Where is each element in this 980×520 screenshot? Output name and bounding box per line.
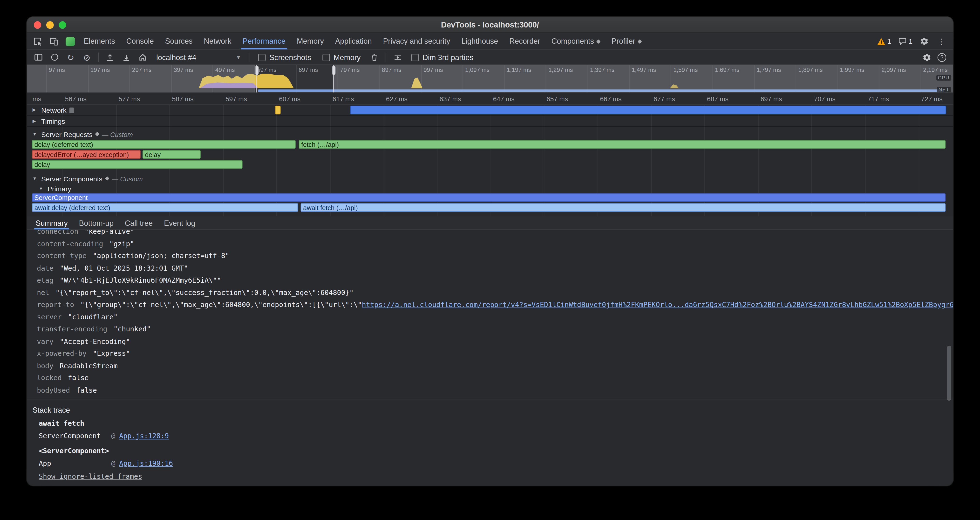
chevron-down-icon[interactable]: ▼ xyxy=(33,176,38,181)
header-key: connection xyxy=(37,230,78,236)
collect-garbage-icon[interactable] xyxy=(367,51,382,64)
toggle-sidebar-icon[interactable] xyxy=(30,51,46,64)
track-timings[interactable]: ▶ Timings xyxy=(27,116,953,127)
track-server-requests[interactable]: ▼ Server Requests — Custom xyxy=(27,129,953,139)
details-scrollbar-thumb[interactable] xyxy=(947,346,951,401)
header-value: "cloudflare" xyxy=(68,313,118,321)
record-button[interactable] xyxy=(47,51,62,64)
section-divider xyxy=(27,399,953,400)
memory-checkbox[interactable]: Memory xyxy=(317,53,366,62)
net-lane-label: NET xyxy=(937,87,951,92)
zoom-window-button[interactable] xyxy=(59,21,66,29)
tab-console[interactable]: Console xyxy=(121,33,159,49)
screenshots-checkbox[interactable]: Screenshots xyxy=(253,53,316,62)
chevron-right-icon[interactable]: ▶ xyxy=(33,108,38,113)
record-and-reload-button[interactable]: ↻ xyxy=(63,51,78,64)
tab-label: Sources xyxy=(165,37,192,46)
dim-3rd-parties-checkbox[interactable]: Dim 3rd parties xyxy=(406,53,479,62)
flame-event-bar-delayederror-ayed-exception[interactable]: delayedError (…ayed exception) xyxy=(32,150,141,159)
header-row: bodyReadableStream xyxy=(27,360,953,372)
ruler-tick-label: 617 ms xyxy=(332,95,354,102)
flame-chart-area[interactable]: ▶ Network ▶ Timings ▼ Server Requests — … xyxy=(27,105,953,216)
track-server-components[interactable]: ▼ Server Components — Custom xyxy=(27,173,953,184)
selection-left-handle[interactable] xyxy=(255,65,259,75)
desktop-background: DevTools - localhost:3000/ ElementsConso… xyxy=(0,0,980,520)
report-to-url-link[interactable]: https://a.nel.cloudflare.com/report/v4?s… xyxy=(362,301,953,309)
header-value: "gzip" xyxy=(109,240,134,248)
details-tab-bottom-up[interactable]: Bottom-up xyxy=(73,216,119,229)
performance-settings-gear-icon[interactable] xyxy=(920,51,934,64)
header-value: "Wed, 01 Oct 2025 18:32:01 GMT" xyxy=(60,264,188,272)
flame-event-bar-delay[interactable]: delay xyxy=(32,160,242,169)
window-titlebar[interactable]: DevTools - localhost:3000/ xyxy=(27,17,953,33)
minimize-window-button[interactable] xyxy=(46,21,54,29)
extension-badge-icon xyxy=(638,39,642,43)
source-location-link[interactable]: App.js:128:9 xyxy=(119,432,169,440)
header-key: locked xyxy=(37,374,62,382)
tab-memory[interactable]: Memory xyxy=(291,33,329,49)
stack-trace-heading: Stack trace xyxy=(33,406,953,414)
source-location-link[interactable]: App.js:190:16 xyxy=(119,459,173,468)
device-toolbar-button[interactable] xyxy=(46,33,62,49)
stack-at-symbol: @ xyxy=(111,459,115,468)
inspect-element-button[interactable] xyxy=(29,33,46,49)
details-tab-event-log[interactable]: Event log xyxy=(158,216,201,229)
network-conditions-icon[interactable] xyxy=(390,51,405,64)
stack-frame: ServerComponent@App.js:128:9 xyxy=(27,430,953,442)
tab-label: Elements xyxy=(84,37,115,46)
chevron-down-icon[interactable]: ▼ xyxy=(33,132,38,136)
warning-count: 1 xyxy=(888,38,891,45)
selection-right-handle[interactable] xyxy=(332,65,336,75)
overview-dim-left xyxy=(27,65,255,92)
issues-indicator[interactable]: 1 xyxy=(895,37,916,46)
chevron-right-icon[interactable]: ▶ xyxy=(33,119,38,124)
timeline-overview[interactable]: 97 ms197 ms297 ms397 ms497 ms597 ms697 m… xyxy=(27,65,953,93)
flame-event-bar-fetch-api[interactable]: fetch (…/api) xyxy=(299,140,946,149)
extension-icon[interactable] xyxy=(62,33,78,49)
tab-elements[interactable]: Elements xyxy=(78,33,121,49)
help-icon[interactable]: ? xyxy=(934,51,950,64)
warnings-indicator[interactable]: 1 xyxy=(873,37,894,45)
group-primary[interactable]: ▼ Primary xyxy=(27,183,953,194)
details-tab-summary[interactable]: Summary xyxy=(30,216,73,229)
tab-lighthouse[interactable]: Lighthouse xyxy=(456,33,504,49)
flame-event-bar-delay-deferred-text[interactable]: delay (deferred text) xyxy=(32,140,296,149)
ruler-tick-label: 717 ms xyxy=(867,95,889,102)
cpu-lane-label: CPU xyxy=(936,75,951,81)
tab-components[interactable]: Components xyxy=(546,33,606,49)
save-profile-button[interactable] xyxy=(119,51,134,64)
flame-event-bar-await-delay-deferred-text[interactable]: await delay (deferred text) xyxy=(32,203,298,212)
tab-privacy-and-security[interactable]: Privacy and security xyxy=(377,33,456,49)
tab-application[interactable]: Application xyxy=(329,33,377,49)
header-value: false xyxy=(68,374,89,382)
show-ignore-listed-link[interactable]: Show ignore-listed frames xyxy=(39,472,142,481)
settings-gear-icon[interactable] xyxy=(916,37,932,46)
clear-button[interactable]: ⊘ xyxy=(80,51,94,64)
header-row: etag"W/\"4b1-RjEJloX9kRinu6F0MAZMmy6E5iA… xyxy=(27,275,953,287)
tab-profiler[interactable]: Profiler xyxy=(606,33,647,49)
tab-performance[interactable]: Performance xyxy=(237,33,291,49)
flame-event-bar-servercomponent[interactable]: ServerComponent xyxy=(32,193,945,202)
header-value: "keep-alive" xyxy=(84,230,134,236)
ruler-tick-label: 667 ms xyxy=(600,95,621,102)
performance-toolbar: ↻ ⊘ localhost #4 ▾ Screenshots xyxy=(27,50,953,65)
chevron-down-icon[interactable]: ▼ xyxy=(39,186,45,191)
live-metrics-home-button[interactable] xyxy=(135,51,150,64)
kebab-menu-icon[interactable]: ⋮ xyxy=(933,37,950,46)
track-network[interactable]: ▶ Network xyxy=(27,105,953,116)
history-dropdown[interactable]: localhost #4 ▾ xyxy=(151,52,245,63)
track-grip-icon[interactable] xyxy=(70,107,74,113)
header-key: server xyxy=(37,313,62,321)
close-window-button[interactable] xyxy=(34,21,41,29)
flame-event-bar-await-fetch-api[interactable]: await fetch (…/api) xyxy=(301,203,946,212)
load-profile-button[interactable] xyxy=(102,51,118,64)
tab-sources[interactable]: Sources xyxy=(159,33,198,49)
flame-event-bar-delay[interactable]: delay xyxy=(143,150,200,159)
tab-recorder[interactable]: Recorder xyxy=(504,33,546,49)
tab-label: Components xyxy=(552,37,594,46)
header-value: "Express" xyxy=(93,350,130,358)
details-tab-call-tree[interactable]: Call tree xyxy=(119,216,158,229)
header-key: body xyxy=(37,362,54,370)
ruler-tick-label: 727 ms xyxy=(921,95,942,102)
tab-network[interactable]: Network xyxy=(198,33,237,49)
